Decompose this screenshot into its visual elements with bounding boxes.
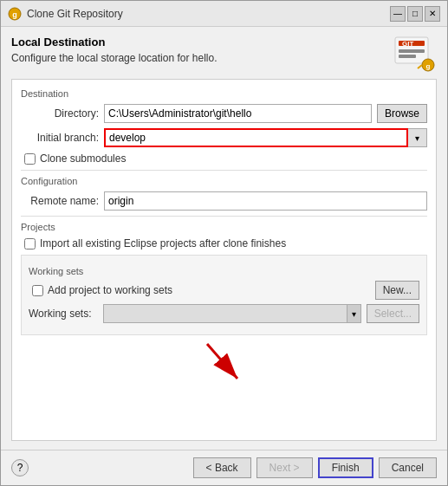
- working-sets-label: Working sets: [29, 266, 419, 276]
- browse-button[interactable]: Browse: [377, 104, 427, 123]
- clone-git-dialog: g Clone Git Repository — □ ✕ Local Desti…: [0, 0, 448, 486]
- clone-submodules-label: Clone submodules: [40, 152, 126, 165]
- dialog-content: Local Destination Configure the local st…: [1, 27, 447, 450]
- directory-label: Directory:: [21, 107, 99, 120]
- header-text: Local Destination Configure the local st…: [11, 36, 217, 64]
- remote-name-row: Remote name:: [21, 191, 427, 211]
- remote-name-input[interactable]: [104, 191, 427, 211]
- initial-branch-label: Initial branch:: [21, 132, 99, 144]
- add-to-ws-checkbox[interactable]: [32, 285, 43, 296]
- close-button[interactable]: ✕: [425, 6, 440, 22]
- divider-1: [21, 170, 427, 171]
- maximize-button[interactable]: □: [407, 6, 423, 22]
- directory-row: Directory: Browse: [21, 104, 427, 123]
- minimize-button[interactable]: —: [390, 6, 406, 22]
- ws-dropdown-arrow[interactable]: ▾: [347, 304, 361, 323]
- svg-rect-5: [399, 49, 425, 53]
- footer: ? < Back Next > Finish Cancel: [1, 450, 447, 485]
- help-button[interactable]: ?: [11, 459, 29, 476]
- initial-branch-wrapper: ▾: [104, 128, 427, 147]
- ws-dropdown-wrapper: ▾: [103, 304, 361, 323]
- finish-button[interactable]: Finish: [318, 457, 373, 478]
- add-to-ws-row: Add project to working sets: [32, 284, 172, 296]
- import-projects-checkbox[interactable]: [24, 238, 36, 249]
- import-projects-label: Import all existing Eclipse projects aft…: [40, 237, 286, 249]
- titlebar: g Clone Git Repository — □ ✕: [1, 1, 447, 27]
- clone-submodules-checkbox[interactable]: [24, 153, 36, 165]
- svg-text:g: g: [426, 62, 431, 70]
- remote-name-label: Remote name:: [21, 195, 99, 207]
- destination-section-label: Destination: [21, 88, 427, 99]
- ws-dropdown[interactable]: [103, 304, 347, 323]
- configuration-section-label: Configuration: [21, 176, 427, 186]
- next-button[interactable]: Next >: [256, 457, 313, 478]
- main-panel: Destination Directory: Browse Initial br…: [11, 79, 437, 441]
- section-description: Configure the local storage location for…: [11, 52, 217, 64]
- directory-input[interactable]: [104, 104, 372, 123]
- arrow-indicator: [21, 335, 427, 387]
- git-logo: GIT g: [393, 36, 437, 72]
- red-arrow-svg: [190, 340, 259, 387]
- svg-text:g: g: [12, 10, 17, 19]
- ws-label: Working sets:: [29, 308, 98, 320]
- cancel-button[interactable]: Cancel: [379, 457, 437, 478]
- svg-text:GIT: GIT: [402, 40, 413, 48]
- add-to-ws-label: Add project to working sets: [48, 284, 172, 296]
- section-heading: Local Destination: [11, 36, 217, 49]
- dialog-title: Clone Git Repository: [27, 8, 385, 20]
- window-controls: — □ ✕: [390, 6, 440, 22]
- header-section: Local Destination Configure the local st…: [11, 36, 437, 72]
- new-button[interactable]: New...: [375, 281, 419, 300]
- git-icon: g: [8, 7, 22, 21]
- select-button[interactable]: Select...: [367, 304, 419, 323]
- initial-branch-row: Initial branch: ▾: [21, 128, 427, 147]
- back-button[interactable]: < Back: [193, 457, 251, 478]
- ws-dropdown-row: Working sets: ▾ Select...: [29, 304, 419, 323]
- svg-line-9: [418, 65, 422, 68]
- import-projects-row: Import all existing Eclipse projects aft…: [24, 237, 427, 249]
- svg-rect-6: [399, 55, 416, 58]
- initial-branch-dropdown-button[interactable]: ▾: [408, 128, 427, 147]
- projects-section-label: Projects: [21, 222, 427, 232]
- divider-2: [21, 216, 427, 217]
- initial-branch-input[interactable]: [104, 128, 408, 147]
- working-sets-panel: Working sets Add project to working sets…: [21, 255, 427, 335]
- clone-submodules-row: Clone submodules: [24, 152, 427, 165]
